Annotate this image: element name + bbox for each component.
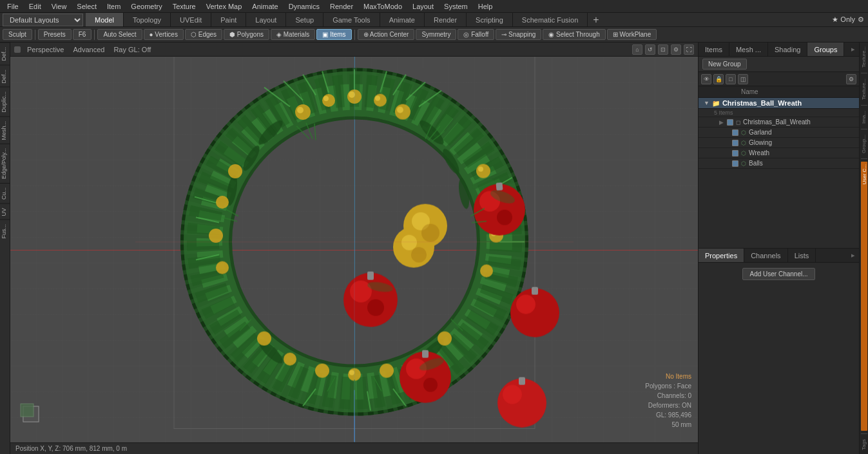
tree-item-christmas-ball-wreath[interactable]: ▶ ◻ Christmas_Ball_Wreath xyxy=(699,117,859,128)
expand-icon[interactable]: ▸ xyxy=(847,45,859,53)
default-layouts-select[interactable]: Default Layouts xyxy=(3,14,83,26)
viewport-raygl-label[interactable]: Ray GL: Off xyxy=(111,45,153,54)
items-icon: ▣ xyxy=(322,31,328,38)
tree-check-5[interactable] xyxy=(732,160,738,167)
menu-select[interactable]: Select xyxy=(72,2,101,11)
viewport-zoom-fit-button[interactable]: ⊡ xyxy=(658,44,668,55)
far-right-tab-texture2[interactable]: Texture... xyxy=(860,76,867,102)
snapping-button[interactable]: ⊸ Snapping xyxy=(496,29,541,40)
viewport-refresh-button[interactable]: ↺ xyxy=(645,44,655,55)
left-tab-edgepoly[interactable]: Edge/Poly... xyxy=(0,144,10,183)
viewport-settings-button[interactable]: ⚙ xyxy=(671,44,681,55)
tab-model[interactable]: Model xyxy=(86,13,124,26)
f6-button[interactable]: F6 xyxy=(73,29,92,40)
left-tab-def1[interactable]: Def... xyxy=(0,43,10,65)
left-tab-uv[interactable]: UV xyxy=(0,203,10,220)
viewport-home-button[interactable]: ⌂ xyxy=(632,44,642,55)
tree-item-glowing[interactable]: ⬡ Glowing xyxy=(699,138,859,148)
tab-topology[interactable]: Topology xyxy=(124,13,171,26)
menu-system[interactable]: System xyxy=(439,2,472,11)
tree-item-wreath[interactable]: ⬡ Wreath xyxy=(699,148,859,158)
tree-check-2[interactable] xyxy=(732,129,738,136)
add-user-channel-button[interactable]: Add User Channel... xyxy=(742,268,815,280)
left-tab-mesh[interactable]: Mesh... xyxy=(0,117,10,144)
select-through-button[interactable]: ◉ Select Through xyxy=(543,29,605,40)
tree-check-3[interactable] xyxy=(732,140,738,146)
group-icon-settings[interactable]: ⚙ xyxy=(846,74,856,84)
tab-layout[interactable]: Layout xyxy=(246,13,286,26)
menu-item[interactable]: Item xyxy=(102,2,125,11)
symmetry-button[interactable]: Symmetry xyxy=(416,29,456,40)
rb-tab-lists[interactable]: Lists xyxy=(788,249,816,262)
auto-select-button[interactable]: Auto Select xyxy=(97,29,142,40)
viewport-perspective-label[interactable]: Perspective xyxy=(24,45,66,54)
edges-button[interactable]: ⬡ Edges xyxy=(185,29,222,40)
rb-expand-icon[interactable]: ▸ xyxy=(847,251,859,260)
menu-edit[interactable]: Edit xyxy=(24,2,46,11)
far-right-user-c-tab[interactable]: User C... xyxy=(861,162,867,431)
rb-tab-properties[interactable]: Properties xyxy=(699,249,744,262)
viewport-maximize-button[interactable]: ⛶ xyxy=(684,44,694,55)
tab-animate[interactable]: Animate xyxy=(380,13,425,26)
viewport-advanced-label[interactable]: Advanced xyxy=(70,45,107,54)
menu-geometry[interactable]: Geometry xyxy=(126,2,166,11)
tab-schematic[interactable]: Schematic Fusion xyxy=(513,13,588,26)
group-icon-render[interactable]: ◫ xyxy=(738,74,748,84)
settings-icon[interactable]: ⚙ xyxy=(858,15,864,24)
add-tab-button[interactable]: + xyxy=(588,13,604,26)
left-tab-fus[interactable]: Fus... xyxy=(0,220,10,243)
presets-button[interactable]: Presets xyxy=(38,29,72,40)
falloff-button[interactable]: ◎ Falloff xyxy=(458,29,494,40)
sculpt-button[interactable]: Sculpt xyxy=(3,29,32,40)
far-right-tab-group[interactable]: Group... xyxy=(860,132,867,156)
toolbar-separator-2 xyxy=(94,30,95,40)
viewport-dot[interactable] xyxy=(14,46,21,53)
viewport-header: Perspective Advanced Ray GL: Off ⌂ ↺ ⊡ ⚙… xyxy=(10,43,698,57)
rb-tab-channels[interactable]: Channels xyxy=(744,249,787,262)
far-right-tab-texture1[interactable]: Texture... xyxy=(860,44,867,70)
workplane-button[interactable]: ⊞ WorkPlane xyxy=(607,29,657,40)
right-tab-mesh[interactable]: Mesh ... xyxy=(729,43,768,56)
group-icon-lock[interactable]: 🔒 xyxy=(713,74,724,84)
action-center-button[interactable]: ⊕ Action Center xyxy=(358,29,415,40)
group-icon-eye[interactable]: 👁 xyxy=(701,74,711,84)
groups-tree[interactable]: ▼ 📁 Christmas_Ball_Wreath 5 Items ▶ ◻ Ch… xyxy=(699,98,859,248)
menu-animate[interactable]: Animate xyxy=(247,2,282,11)
right-tab-groups[interactable]: Groups xyxy=(807,43,844,56)
vertices-button[interactable]: ● Vertices xyxy=(144,29,184,40)
tree-check-4[interactable] xyxy=(732,150,738,156)
new-group-button[interactable]: New Group xyxy=(702,59,747,70)
viewport-3d[interactable]: No Items Polygons : Face Channels: 0 Def… xyxy=(10,57,698,442)
tab-gametools[interactable]: Game Tools xyxy=(323,13,380,26)
tab-scripting[interactable]: Scripting xyxy=(467,13,513,26)
right-tab-items[interactable]: Items xyxy=(699,43,729,56)
tab-uvedit[interactable]: UVEdit xyxy=(171,13,211,26)
tab-render[interactable]: Render xyxy=(425,13,467,26)
materials-button[interactable]: ◈ Materials xyxy=(271,29,315,40)
far-right-tab-tags[interactable]: Tags xyxy=(860,437,867,453)
menu-layout[interactable]: Layout xyxy=(408,2,438,11)
left-tab-duplic[interactable]: Duplic... xyxy=(0,87,10,117)
polygons-button[interactable]: ⬢ Polygons xyxy=(224,29,269,40)
tree-item-balls[interactable]: ⬡ Balls xyxy=(699,158,859,169)
tree-item-garland[interactable]: ⬡ Garland xyxy=(699,128,859,138)
left-tab-cu[interactable]: Cu... xyxy=(0,183,10,203)
menu-maxtomodo[interactable]: MaxToModo xyxy=(359,2,407,11)
menu-render[interactable]: Render xyxy=(325,2,358,11)
right-tab-shading[interactable]: Shading xyxy=(768,43,807,56)
menu-dynamics[interactable]: Dynamics xyxy=(284,2,324,11)
tree-root-item[interactable]: ▼ 📁 Christmas_Ball_Wreath xyxy=(699,98,859,109)
tab-paint[interactable]: Paint xyxy=(211,13,246,26)
menu-file[interactable]: File xyxy=(3,2,23,11)
items-button[interactable]: ▣ Items xyxy=(316,29,351,40)
menu-help[interactable]: Help xyxy=(474,2,497,11)
group-icon-box[interactable]: □ xyxy=(726,74,736,84)
menu-view[interactable]: View xyxy=(47,2,72,11)
far-right-tab-ima[interactable]: Ima... xyxy=(860,108,867,126)
star-only-label[interactable]: ★ Only xyxy=(832,15,855,24)
tree-check-1[interactable] xyxy=(727,119,733,126)
left-tab-def2[interactable]: Def... xyxy=(0,65,10,88)
tab-setup[interactable]: Setup xyxy=(286,13,323,26)
menu-vertex-map[interactable]: Vertex Map xyxy=(202,2,247,11)
menu-texture[interactable]: Texture xyxy=(168,2,200,11)
